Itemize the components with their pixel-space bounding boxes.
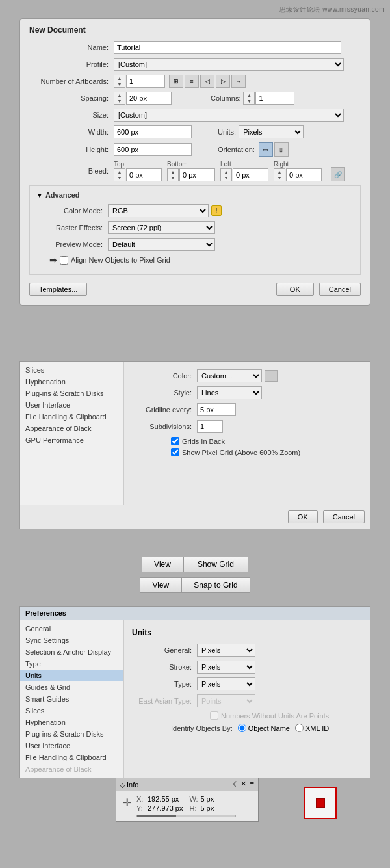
color-swatch[interactable]: [265, 370, 278, 382]
view-button-2[interactable]: View: [140, 577, 181, 593]
bleed-left-input[interactable]: [233, 168, 268, 181]
units-sidebar-type[interactable]: Type: [20, 658, 124, 670]
sidebar-item-file-handling[interactable]: File Handling & Clipboard: [20, 411, 124, 423]
info-title-label: ◇ Info: [120, 781, 138, 789]
artboards-spinner[interactable]: ▲ ▼: [114, 75, 165, 88]
type-unit-select[interactable]: Pixels: [197, 677, 255, 690]
units-sidebar-plugins[interactable]: Plug-ins & Scratch Disks: [20, 728, 124, 740]
sidebar-item-slices[interactable]: Slices: [20, 364, 124, 376]
sidebar-item-plugins[interactable]: Plug-ins & Scratch Disks: [20, 388, 124, 399]
link-bleed-btn[interactable]: 🔗: [331, 167, 345, 181]
subdivisions-input[interactable]: [197, 420, 223, 433]
color-row: Color: Custom...: [132, 369, 362, 382]
profile-select[interactable]: [Custom]: [114, 58, 344, 71]
grids-in-back-checkbox[interactable]: [171, 437, 179, 445]
show-grid-row: View Show Grid: [142, 557, 248, 572]
size-select[interactable]: [Custom]: [114, 109, 344, 122]
east-asian-row: East Asian Type: Points: [132, 694, 362, 707]
units-sidebar-ui[interactable]: User Interface: [20, 740, 124, 752]
units-sidebar-hyphenation[interactable]: Hyphenation: [20, 717, 124, 728]
color-field-label: Color:: [132, 372, 197, 380]
info-collapse-btn[interactable]: 《: [229, 780, 237, 789]
bleed-top-spinner[interactable]: ▲▼: [114, 168, 125, 181]
general-unit-select[interactable]: Pixels: [197, 644, 255, 657]
grid-cancel-button[interactable]: Cancel: [323, 510, 365, 523]
snap-to-grid-button[interactable]: Snap to Grid: [181, 577, 250, 593]
bleed-left-spinner[interactable]: ▲▼: [220, 168, 232, 181]
preview-mode-select[interactable]: Default: [108, 238, 215, 251]
units-select[interactable]: Pixels: [239, 125, 304, 138]
portrait-btn[interactable]: ▭: [259, 142, 273, 157]
next-icon[interactable]: ▷: [216, 75, 230, 88]
height-row: Height: Orientation: ▭ ▯: [29, 142, 361, 157]
row-icon[interactable]: ≡: [185, 75, 199, 88]
units-sidebar-sync[interactable]: Sync Settings: [20, 635, 124, 646]
height-input[interactable]: [114, 143, 192, 156]
size-row: Size: [Custom]: [29, 109, 361, 122]
units-sidebar-units[interactable]: Units: [20, 670, 124, 681]
name-input[interactable]: [114, 41, 341, 54]
templates-button[interactable]: Templates...: [29, 283, 87, 296]
units-sidebar-slices[interactable]: Slices: [20, 705, 124, 717]
sidebar-item-gpu[interactable]: GPU Performance: [20, 434, 124, 446]
sidebar-item-hyphenation[interactable]: Hyphenation: [20, 376, 124, 388]
bleed-top-input[interactable]: [126, 168, 162, 181]
units-sidebar-appearance[interactable]: Appearance of Black: [20, 763, 124, 775]
style-select[interactable]: Lines: [197, 386, 262, 399]
stroke-unit-row: Stroke: Pixels: [132, 661, 362, 674]
color-mode-select[interactable]: RGB: [108, 204, 209, 217]
units-sidebar-general[interactable]: General: [20, 623, 124, 635]
bleed-right-input[interactable]: [286, 168, 322, 181]
bleed-bottom-spinner[interactable]: ▲▼: [167, 168, 179, 181]
units-sidebar-guides[interactable]: Guides & Grid: [20, 681, 124, 693]
xml-id-radio[interactable]: [295, 724, 304, 732]
ok-button[interactable]: OK: [276, 283, 314, 296]
gridline-row: Gridline every:: [132, 403, 362, 416]
show-grid-button[interactable]: Show Grid: [183, 557, 248, 572]
advanced-toggle[interactable]: ▼: [36, 192, 43, 199]
identify-row: Identify Objects By: Object Name XML ID: [132, 724, 362, 732]
units-sidebar-file[interactable]: File Handling & Clipboard: [20, 752, 124, 763]
gridline-input[interactable]: [197, 403, 236, 416]
units-sidebar-smart[interactable]: Smart Guides: [20, 693, 124, 705]
stroke-unit-select[interactable]: Pixels: [197, 661, 255, 674]
grid-prefs-buttons: OK Cancel: [20, 505, 370, 529]
units-sidebar-selection[interactable]: Selection & Anchor Display: [20, 646, 124, 658]
columns-spinner[interactable]: ▲ ▼: [243, 92, 255, 105]
new-document-dialog: New Document Name: Profile: [Custom] Num…: [20, 18, 370, 306]
columns-input[interactable]: [255, 92, 294, 105]
bleed-bottom-input[interactable]: [179, 168, 215, 181]
info-menu-btn[interactable]: ≡: [250, 780, 254, 789]
artboards-input[interactable]: [126, 75, 165, 88]
sidebar-item-appearance[interactable]: Appearance of Black: [20, 423, 124, 434]
info-close-btn[interactable]: ✕: [240, 780, 246, 789]
grid-icon[interactable]: ⊞: [169, 75, 183, 88]
object-name-label[interactable]: Object Name: [238, 724, 290, 732]
sidebar-item-ui[interactable]: User Interface: [20, 399, 124, 411]
align-checkbox[interactable]: [60, 256, 68, 265]
spacing-label: Spacing:: [29, 94, 114, 102]
raster-effects-row: Raster Effects: Screen (72 ppi): [36, 221, 354, 234]
show-pixel-grid-checkbox[interactable]: [171, 448, 179, 456]
object-name-radio[interactable]: [238, 724, 246, 732]
numbers-no-units-label: Numbers Without Units Are Points: [221, 712, 329, 720]
width-input[interactable]: [114, 125, 192, 138]
color-select[interactable]: Custom...: [197, 369, 262, 382]
bleed-right-spinner[interactable]: ▲▼: [274, 168, 285, 181]
grid-ok-button[interactable]: OK: [288, 510, 318, 523]
cancel-button[interactable]: Cancel: [319, 283, 361, 296]
spacing-input[interactable]: [126, 92, 172, 105]
align-checkbox-label[interactable]: Align New Objects to Pixel Grid: [60, 256, 170, 265]
x-label: X:: [136, 795, 146, 803]
prev-icon[interactable]: ◁: [200, 75, 214, 88]
landscape-btn[interactable]: ▯: [274, 142, 289, 157]
raster-effects-select[interactable]: Screen (72 ppi): [108, 221, 215, 234]
spacing-spinner[interactable]: ▲ ▼: [114, 92, 125, 105]
identify-label: Identify Objects By:: [171, 724, 233, 732]
view-button-1[interactable]: View: [142, 557, 183, 572]
xml-id-label[interactable]: XML ID: [295, 724, 329, 732]
height-label: Height:: [29, 146, 114, 153]
info-coords: X: 192.55 px W: 5 px Y: 277.973 px H: 5 …: [136, 795, 236, 812]
arrow-icon[interactable]: →: [231, 75, 246, 88]
advanced-section: ▼ Advanced Color Mode: RGB ! Raster Effe…: [29, 185, 361, 275]
